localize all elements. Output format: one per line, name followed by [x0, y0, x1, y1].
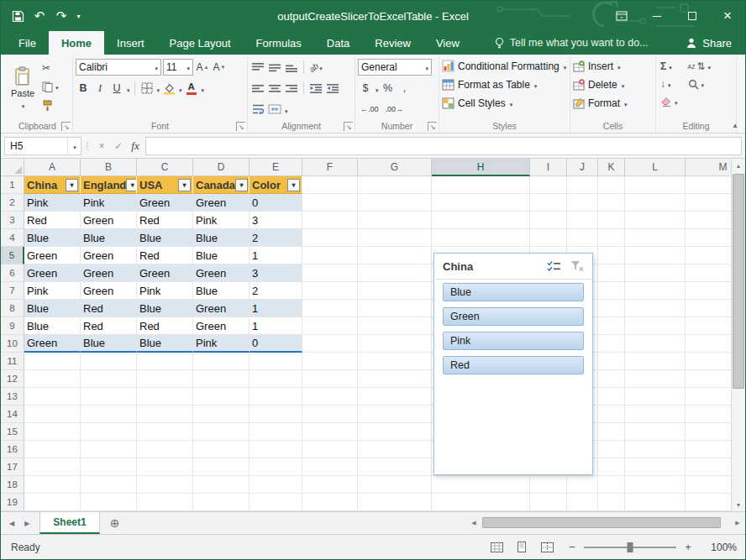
tell-me-box[interactable]: Tell me what you want to do...	[494, 31, 649, 55]
cell-B6[interactable]: Green	[81, 264, 137, 282]
cell-L15[interactable]	[625, 423, 686, 441]
cell-A1[interactable]: China▾	[24, 176, 81, 194]
cell-A5[interactable]: Green	[24, 247, 81, 264]
cell-A18[interactable]	[24, 476, 81, 494]
cell-H19[interactable]	[432, 494, 530, 511]
vertical-scrollbar[interactable]: ▲ ▼	[731, 159, 745, 511]
row-header-1[interactable]: 1	[1, 176, 24, 194]
add-sheet-button[interactable]: ⊕	[100, 512, 130, 534]
minimize-button[interactable]: ─	[639, 1, 675, 31]
italic-button[interactable]: I	[92, 80, 108, 97]
tab-view[interactable]: View	[423, 31, 472, 55]
cell-C2[interactable]: Green	[137, 194, 193, 212]
cell-A13[interactable]	[24, 388, 81, 406]
increase-decimal-button[interactable]: ←.00	[358, 105, 381, 113]
cell-L16[interactable]	[625, 441, 686, 458]
cell-L11[interactable]	[625, 353, 686, 370]
cell-J2[interactable]	[567, 194, 598, 212]
column-header-F[interactable]: F	[302, 159, 358, 176]
increase-indent-button[interactable]	[325, 80, 340, 97]
cell-E11[interactable]	[250, 353, 302, 370]
cell-E17[interactable]	[250, 458, 302, 476]
cell-F7[interactable]	[302, 282, 358, 300]
cell-G3[interactable]	[358, 212, 432, 229]
cell-H4[interactable]	[432, 229, 530, 247]
cell-D16[interactable]	[193, 441, 250, 458]
cell-B8[interactable]: Red	[81, 300, 137, 317]
cell-F19[interactable]	[302, 494, 358, 511]
cell-K12[interactable]	[598, 370, 625, 388]
cell-K19[interactable]	[598, 494, 625, 511]
name-box-dropdown[interactable]	[67, 138, 81, 154]
cell-L8[interactable]	[625, 300, 686, 317]
cell-F4[interactable]	[302, 229, 358, 247]
cell-A10[interactable]: Green	[24, 335, 81, 353]
column-header-H[interactable]: H	[432, 159, 530, 176]
cell-B15[interactable]	[81, 423, 137, 441]
tab-home[interactable]: Home	[49, 31, 104, 55]
autosum-button[interactable]: Σ	[659, 59, 680, 74]
row-header-11[interactable]: 11	[1, 353, 24, 370]
cell-D10[interactable]: Pink	[193, 335, 250, 353]
row-header-16[interactable]: 16	[1, 441, 24, 458]
ribbon-display-options-button[interactable]	[604, 1, 639, 31]
cell-F11[interactable]	[302, 353, 358, 370]
cell-F10[interactable]	[302, 335, 358, 353]
cell-H1[interactable]	[432, 176, 530, 194]
filter-button-china[interactable]: ▾	[66, 179, 78, 191]
cell-E12[interactable]	[250, 370, 302, 388]
zoom-percent[interactable]: 100%	[705, 542, 737, 553]
cell-B5[interactable]: Green	[81, 247, 137, 264]
cell-C13[interactable]	[137, 388, 193, 406]
cell-E16[interactable]	[250, 441, 302, 458]
cell-L6[interactable]	[625, 264, 686, 282]
cell-A17[interactable]	[24, 458, 81, 476]
cell-A11[interactable]	[24, 353, 81, 370]
row-header-14[interactable]: 14	[1, 406, 24, 423]
cell-K3[interactable]	[598, 212, 625, 229]
cell-F15[interactable]	[302, 423, 358, 441]
cell-L10[interactable]	[625, 335, 686, 353]
slicer-clear-filter-button[interactable]	[567, 258, 587, 275]
cell-F14[interactable]	[302, 406, 358, 423]
font-color-dropdown[interactable]	[201, 81, 205, 96]
cell-B9[interactable]: Red	[81, 317, 137, 335]
cell-L12[interactable]	[625, 370, 686, 388]
number-dialog-launcher[interactable]: ↘	[428, 122, 437, 131]
cell-A8[interactable]: Blue	[24, 300, 81, 317]
cell-F17[interactable]	[302, 458, 358, 476]
cell-G18[interactable]	[358, 476, 432, 494]
cell-G10[interactable]	[358, 335, 432, 353]
column-header-A[interactable]: A	[24, 159, 81, 176]
cell-L1[interactable]	[625, 176, 686, 194]
cell-B12[interactable]	[81, 370, 137, 388]
paste-dropdown[interactable]	[21, 100, 25, 110]
row-header-8[interactable]: 8	[1, 300, 24, 317]
formula-bar-splitter[interactable]	[81, 141, 93, 150]
cell-C8[interactable]: Blue	[137, 300, 193, 317]
merge-center-button[interactable]	[267, 101, 282, 118]
cell-C9[interactable]: Red	[137, 317, 193, 335]
cell-K17[interactable]	[598, 458, 625, 476]
cell-C11[interactable]	[137, 353, 193, 370]
cell-L4[interactable]	[625, 229, 686, 247]
cell-B13[interactable]	[81, 388, 137, 406]
column-header-J[interactable]: J	[567, 159, 598, 176]
align-right-button[interactable]	[284, 80, 299, 97]
cell-E8[interactable]: 1	[250, 300, 302, 317]
cell-K16[interactable]	[598, 441, 625, 458]
cell-G5[interactable]	[358, 247, 432, 264]
insert-function-button[interactable]: fx	[127, 137, 144, 155]
cell-C1[interactable]: USA▾	[137, 176, 193, 194]
font-name-combo[interactable]: Calibri	[76, 59, 161, 76]
find-select-button[interactable]	[686, 76, 713, 92]
cell-F3[interactable]	[302, 212, 358, 229]
borders-dropdown[interactable]	[156, 81, 160, 96]
close-button[interactable]: ×	[710, 1, 745, 31]
font-dialog-launcher[interactable]: ↘	[236, 122, 245, 131]
cell-F6[interactable]	[302, 264, 358, 282]
cell-J19[interactable]	[567, 494, 598, 511]
row-header-6[interactable]: 6	[1, 264, 24, 282]
comma-style-button[interactable]: ,	[397, 80, 412, 97]
cell-B2[interactable]: Pink	[81, 194, 137, 212]
